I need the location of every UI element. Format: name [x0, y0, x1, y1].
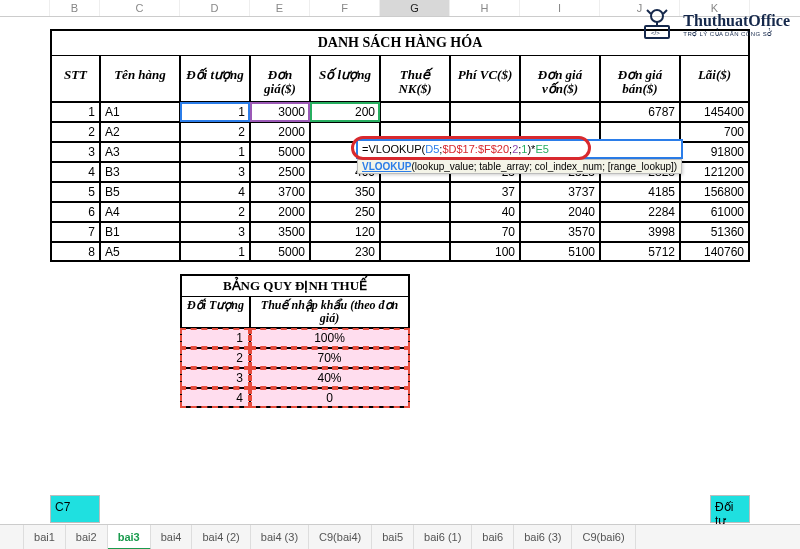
cell-thue[interactable] — [380, 102, 450, 122]
cell-dt[interactable]: 1 — [180, 142, 250, 162]
cell-dt[interactable]: 3 — [180, 222, 250, 242]
cell-phi[interactable] — [450, 102, 520, 122]
cell-stt[interactable]: 4 — [50, 162, 100, 182]
cell-ban[interactable]: 5712 — [600, 242, 680, 262]
cell-phi[interactable]: 70 — [450, 222, 520, 242]
cell-von[interactable]: 5100 — [520, 242, 600, 262]
cell-dg[interactable]: 5000 — [250, 142, 310, 162]
tax-cell-dt[interactable]: 2 — [180, 348, 250, 368]
cell-stt[interactable]: 3 — [50, 142, 100, 162]
cell-lai[interactable]: 121200 — [680, 162, 750, 182]
cell-ten[interactable]: A3 — [100, 142, 180, 162]
cell-ten[interactable]: A5 — [100, 242, 180, 262]
tax-cell-dt[interactable]: 1 — [180, 328, 250, 348]
sheet-tab[interactable]: C9(bai4) — [309, 525, 372, 549]
cell-c7[interactable]: C7 — [50, 495, 100, 523]
cell-lai[interactable]: 700 — [680, 122, 750, 142]
sheet-tab[interactable]: bai3 — [108, 525, 151, 549]
svg-text:</>: </> — [651, 30, 660, 36]
cell-doituong-frag[interactable]: Đối tư — [710, 495, 750, 523]
cell-ten[interactable]: A4 — [100, 202, 180, 222]
sheet-tab[interactable]: bai6 (3) — [514, 525, 572, 549]
cell-stt[interactable]: 1 — [50, 102, 100, 122]
tax-cell-pct[interactable]: 70% — [250, 348, 410, 368]
col-header[interactable]: B — [50, 0, 100, 16]
col-header[interactable]: C — [100, 0, 180, 16]
cell-dt[interactable]: 1 — [180, 242, 250, 262]
cell-lai[interactable]: 156800 — [680, 182, 750, 202]
cell-dg[interactable]: 3500 — [250, 222, 310, 242]
cell-sl[interactable]: 230 — [310, 242, 380, 262]
tax-cell-dt[interactable]: 4 — [180, 388, 250, 408]
col-header[interactable] — [0, 0, 50, 16]
col-tenhang: Tên hàng — [100, 55, 180, 102]
cell-sl[interactable]: 350 — [310, 182, 380, 202]
col-header[interactable]: H — [450, 0, 520, 16]
cell-ten[interactable]: A2 — [100, 122, 180, 142]
cell-ban[interactable]: 4185 — [600, 182, 680, 202]
cell-sl[interactable]: 200 — [310, 102, 380, 122]
tax-cell-pct[interactable]: 0 — [250, 388, 410, 408]
cell-von[interactable]: 3737 — [520, 182, 600, 202]
tax-cell-dt[interactable]: 3 — [180, 368, 250, 388]
cell-dg[interactable]: 2000 — [250, 122, 310, 142]
sheet-tab[interactable]: bai5 — [372, 525, 414, 549]
cell-stt[interactable]: 8 — [50, 242, 100, 262]
cell-lai[interactable]: 61000 — [680, 202, 750, 222]
tax-cell-pct[interactable]: 40% — [250, 368, 410, 388]
cell-dt[interactable]: 1 — [180, 102, 250, 122]
cell-stt[interactable]: 7 — [50, 222, 100, 242]
cell-ban[interactable]: 3998 — [600, 222, 680, 242]
cell-stt[interactable]: 2 — [50, 122, 100, 142]
cell-lai[interactable]: 91800 — [680, 142, 750, 162]
cell-von[interactable]: 3570 — [520, 222, 600, 242]
cell-thue[interactable] — [380, 202, 450, 222]
sheet-tab[interactable]: bai6 — [472, 525, 514, 549]
cell-lai[interactable]: 51360 — [680, 222, 750, 242]
cell-dg[interactable]: 3700 — [250, 182, 310, 202]
cell-dt[interactable]: 4 — [180, 182, 250, 202]
cell-thue[interactable] — [380, 182, 450, 202]
cell-ban[interactable]: 2284 — [600, 202, 680, 222]
cell-dg[interactable]: 5000 — [250, 242, 310, 262]
cell-lai[interactable]: 145400 — [680, 102, 750, 122]
sheet-tab[interactable]: bai4 (3) — [251, 525, 309, 549]
cell-sl[interactable]: 250 — [310, 202, 380, 222]
sheet-tab[interactable]: bai1 — [24, 525, 66, 549]
cell-ten[interactable]: B3 — [100, 162, 180, 182]
cell-dt[interactable]: 2 — [180, 202, 250, 222]
col-header[interactable]: E — [250, 0, 310, 16]
sheet-tab[interactable]: C9(bai6) — [572, 525, 635, 549]
cell-ten[interactable]: B1 — [100, 222, 180, 242]
cell-thue[interactable] — [380, 222, 450, 242]
cell-dg[interactable]: 2500 — [250, 162, 310, 182]
tax-cell-pct[interactable]: 100% — [250, 328, 410, 348]
cell-phi[interactable]: 37 — [450, 182, 520, 202]
cell-sl[interactable]: 120 — [310, 222, 380, 242]
cell-von[interactable] — [520, 102, 600, 122]
cell-stt[interactable]: 6 — [50, 202, 100, 222]
cell-phi[interactable]: 40 — [450, 202, 520, 222]
sheet-tab[interactable]: bai6 (1) — [414, 525, 472, 549]
cell-ban[interactable]: 6787 — [600, 102, 680, 122]
cell-phi[interactable]: 100 — [450, 242, 520, 262]
cell-ban[interactable] — [600, 122, 680, 142]
sheet-tab[interactable] — [0, 525, 24, 549]
cell-dg[interactable]: 3000 — [250, 102, 310, 122]
cell-ten[interactable]: B5 — [100, 182, 180, 202]
sheet-tab[interactable]: bai4 (2) — [192, 525, 250, 549]
cell-ten[interactable]: A1 — [100, 102, 180, 122]
sheet-tab[interactable]: bai2 — [66, 525, 108, 549]
col-header[interactable]: I — [520, 0, 600, 16]
cell-von[interactable]: 2040 — [520, 202, 600, 222]
sheet-tab[interactable]: bai4 — [151, 525, 193, 549]
cell-dt[interactable]: 2 — [180, 122, 250, 142]
cell-stt[interactable]: 5 — [50, 182, 100, 202]
cell-dt[interactable]: 3 — [180, 162, 250, 182]
col-header-active[interactable]: G — [380, 0, 450, 16]
cell-lai[interactable]: 140760 — [680, 242, 750, 262]
cell-thue[interactable] — [380, 242, 450, 262]
cell-dg[interactable]: 2000 — [250, 202, 310, 222]
col-header[interactable]: F — [310, 0, 380, 16]
col-header[interactable]: D — [180, 0, 250, 16]
